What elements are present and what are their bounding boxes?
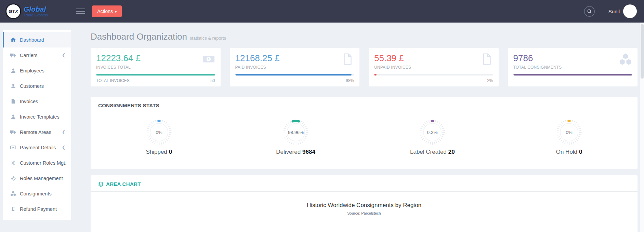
chevron-left-icon: ❮ (62, 129, 65, 134)
stat-value: 12223.64 £ (96, 53, 215, 64)
user-icon (10, 114, 16, 120)
chevron-down-icon: ▾ (115, 10, 117, 14)
chart-title: Historic Worldwide Consignments by Regio… (91, 202, 638, 209)
user-icon (10, 68, 16, 73)
stat-card-invoices-total: 12223.64 £ INVOICES TOTAL 0 TOTAL INVOIC… (91, 48, 221, 86)
donut-gauge: 98.96% (281, 118, 310, 147)
chart-source: Source: Parcelstech (91, 211, 638, 215)
progress-fill (374, 74, 377, 76)
sidebar-column: Dashboard Carriers ❮ Employees Customers… (0, 23, 71, 232)
stat-footer-right: 50 (210, 78, 215, 83)
stat-cards-row: 12223.64 £ INVOICES TOTAL 0 TOTAL INVOIC… (91, 48, 638, 86)
sidebar-item-customer-roles-mgt[interactable]: Customer Roles Mgt. (3, 155, 71, 170)
truck-icon (10, 52, 16, 58)
donuts-row: 0% Shipped0 98.96% Delivered9684 (91, 118, 638, 155)
stat-value: 55.39 £ (374, 53, 493, 64)
cubes-icon (619, 53, 632, 66)
stat-footer-left: TOTAL INVOICES (96, 78, 130, 83)
svg-text:0%: 0% (156, 130, 162, 135)
layers-icon (98, 181, 104, 187)
sidebar-item-employees[interactable]: Employees (3, 63, 71, 78)
sidebar-item-invoices[interactable]: Invoices (3, 94, 71, 109)
svg-text:0%: 0% (566, 130, 573, 135)
cubes-icon (10, 191, 16, 196)
page-subtitle: statistics & reports (190, 36, 226, 41)
donut-gauge: 0% (145, 118, 173, 147)
sidebar-item-roles-management[interactable]: Roles Management (3, 170, 71, 186)
logo-text: Global Trade Express (24, 5, 48, 17)
top-navbar: GTX Global Trade Express Actions▾ Sunil (0, 0, 644, 23)
stat-value: 9786 (513, 53, 632, 64)
pound-icon: £ (10, 206, 16, 212)
donut-on-hold: 0% On Hold0 (501, 118, 638, 155)
area-chart-panel: AREA CHART Historic Worldwide Consignmen… (91, 175, 638, 232)
area-chart-title: AREA CHART (106, 181, 141, 187)
logo-subtitle: Trade Express (24, 13, 48, 17)
stat-card-total-consignments: 9786 TOTAL CONSIGNMENTS (508, 48, 638, 86)
stat-value: 12168.25 £ (235, 53, 354, 64)
progress-fill (235, 74, 352, 76)
sidebar-item-dashboard[interactable]: Dashboard (3, 32, 71, 47)
actions-dropdown-button[interactable]: Actions▾ (92, 5, 122, 17)
stat-footer-right: 2% (487, 78, 493, 83)
avatar[interactable] (623, 4, 637, 18)
stat-card-paid-invoices: 12168.25 £ PAID INVOICES 98% (230, 48, 360, 86)
progress-fill (513, 74, 632, 76)
chevron-left-icon: ❮ (62, 53, 65, 57)
gear-icon (10, 160, 16, 166)
stat-footer-right: 98% (346, 78, 354, 83)
stat-label: UNPAID INVOICES (374, 65, 493, 70)
donut-label: On Hold0 (556, 149, 582, 155)
divider (91, 113, 638, 113)
stat-card-unpaid-invoices: 55.39 £ UNPAID INVOICES 2% (369, 48, 499, 86)
page-header: Dashboard Organization statistics & repo… (91, 31, 638, 42)
home-icon (10, 37, 16, 43)
user-icon (10, 83, 16, 89)
page-icon (341, 53, 354, 66)
donut-gauge: 0% (555, 118, 583, 147)
donut-label: Shipped0 (146, 149, 172, 155)
donut-delivered: 98.96% Delivered9684 (227, 118, 364, 155)
stat-label: PAID INVOICES (235, 65, 354, 70)
sidebar-item-payment-details[interactable]: Payment Details ❮ (3, 140, 71, 155)
scrollbar-track[interactable] (640, 23, 644, 232)
donut-label: Label Created20 (410, 149, 455, 155)
progress-fill (96, 74, 215, 76)
consignments-stats-panel: CONSIGNMENTS STATS 0% Shipped0 (91, 97, 638, 169)
logo-title: Global (24, 5, 48, 13)
svg-text:0.2%: 0.2% (427, 130, 438, 135)
file-icon (10, 98, 16, 104)
sidebar-item-refund-payment[interactable]: £ Refund Payment (3, 201, 71, 217)
app-logo[interactable]: GTX Global Trade Express (5, 3, 48, 19)
page-title: Dashboard Organization (91, 31, 187, 42)
sidebar-item-carriers[interactable]: Carriers ❮ (3, 47, 71, 63)
svg-text:98.96%: 98.96% (288, 130, 304, 135)
money-icon (10, 145, 16, 150)
page-icon (480, 53, 493, 66)
sidebar-item-invoice-templates[interactable]: Invoice Templates (3, 109, 71, 124)
scrollbar-thumb[interactable] (641, 24, 644, 79)
sidebar-item-customers[interactable]: Customers (3, 78, 71, 94)
sidebar-item-consignments[interactable]: Consignments (3, 186, 71, 201)
progress-track (374, 74, 493, 76)
logo-gtx-badge: GTX (5, 3, 21, 19)
gear-icon (10, 175, 16, 181)
sidebar-item-remote-areas[interactable]: Remote Areas ❮ (3, 124, 71, 140)
progress-track (513, 74, 632, 76)
truck-icon (10, 129, 16, 135)
search-button[interactable] (584, 6, 595, 17)
svg-text:0: 0 (208, 57, 209, 61)
main-content: Dashboard Organization statistics & repo… (71, 23, 644, 232)
donut-label: Delivered9684 (276, 149, 315, 155)
progress-track (235, 74, 354, 76)
consignments-stats-title: CONSIGNMENTS STATS (91, 97, 638, 113)
menu-toggle-icon[interactable] (76, 7, 85, 16)
money-bill-icon: 0 (202, 53, 215, 66)
progress-track (96, 74, 215, 76)
donut-label-created: 0.2% Label Created20 (364, 118, 501, 155)
stat-label: TOTAL CONSIGNMENTS (513, 65, 632, 70)
chevron-left-icon: ❮ (62, 145, 65, 150)
stat-label: INVOICES TOTAL (96, 65, 215, 70)
donut-shipped: 0% Shipped0 (91, 118, 227, 155)
user-menu[interactable]: Sunil (608, 9, 620, 14)
